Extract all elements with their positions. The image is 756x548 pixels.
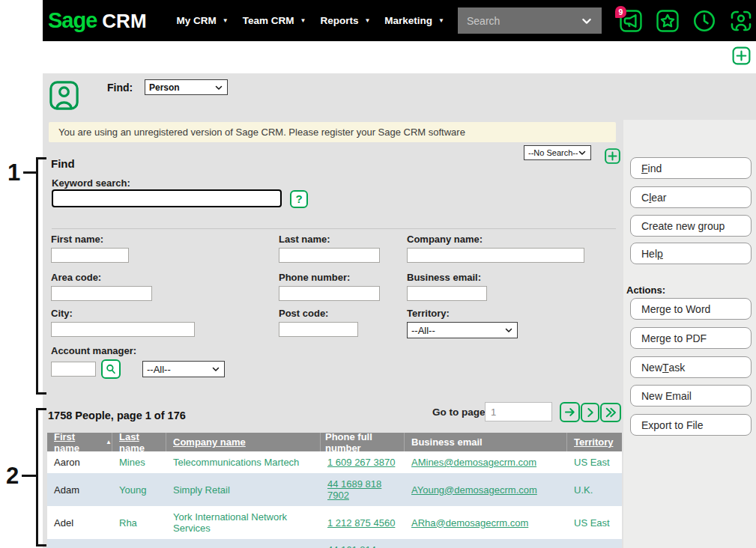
add-saved-search-icon[interactable] bbox=[603, 147, 622, 165]
cell-territory: U.K. bbox=[567, 545, 622, 548]
menu-reports[interactable]: Reports▼ bbox=[320, 10, 370, 31]
post-code-field[interactable] bbox=[279, 322, 358, 337]
keyword-search-label: Keyword search: bbox=[52, 177, 130, 189]
column-header-territory[interactable]: Territory bbox=[567, 433, 622, 451]
cell-phone-link[interactable]: 1 609 267 3870 bbox=[321, 451, 405, 473]
cell-email-link[interactable]: AYoung@demosagecrm.com bbox=[405, 479, 567, 501]
last-page-icon[interactable] bbox=[600, 403, 621, 422]
table-row[interactable]: AdrianYardleySoft Call44 161 814 9082AYa… bbox=[47, 539, 622, 548]
menu-label: Marketing bbox=[384, 15, 432, 26]
territory-label: Territory: bbox=[407, 308, 518, 319]
chevron-down-icon bbox=[578, 148, 587, 157]
annotation-bracket-1 bbox=[36, 157, 38, 395]
keyword-search-input[interactable] bbox=[52, 189, 282, 207]
last-name-label: Last name: bbox=[279, 234, 380, 245]
results-table: First name▲Last nameCompany namePhone fu… bbox=[47, 433, 622, 548]
table-row[interactable]: AdelRhaYork International Network Servic… bbox=[47, 506, 622, 539]
cell-email-link[interactable]: AYardley@demosagecrm.com bbox=[405, 545, 567, 548]
annotation-bracket-2-bottom bbox=[36, 544, 46, 547]
main-content-panel: You are using an unregistered version of… bbox=[43, 120, 623, 548]
area-code-field[interactable] bbox=[51, 286, 152, 301]
saved-search-select[interactable]: --No Search-- bbox=[524, 145, 591, 160]
cell-company-name: York International Network Services bbox=[166, 506, 321, 539]
cell-first-name: Adel bbox=[47, 512, 112, 534]
column-header-company-name[interactable]: Company name bbox=[166, 433, 321, 451]
account-manager-select[interactable]: --All-- bbox=[142, 361, 225, 377]
column-header-label: First name bbox=[54, 431, 102, 454]
phone-number-label: Phone number: bbox=[279, 272, 380, 283]
annotation-connector-1 bbox=[23, 171, 36, 174]
clock-icon[interactable] bbox=[692, 8, 717, 34]
territory-value: --All-- bbox=[411, 325, 435, 336]
cell-last-name: Mines bbox=[112, 451, 166, 473]
cell-first-name: Adam bbox=[47, 479, 112, 501]
help-icon[interactable]: ? bbox=[290, 190, 308, 208]
global-search-input[interactable]: Search bbox=[458, 7, 602, 34]
top-navigation-bar: Sage CRM My CRM▼Team CRM▼Reports▼Marketi… bbox=[43, 0, 756, 41]
cell-company-name: Simply Retail bbox=[166, 479, 321, 501]
column-header-label: Territory bbox=[574, 436, 614, 448]
megaphone-icon[interactable]: 9 bbox=[618, 8, 644, 34]
goto-page-input[interactable] bbox=[485, 402, 552, 421]
find-button[interactable]: Find bbox=[630, 157, 752, 179]
annotation-marker-2: 2 bbox=[6, 464, 19, 487]
territory-select[interactable]: --All-- bbox=[407, 322, 518, 338]
clear-button[interactable]: Clear bbox=[630, 186, 752, 208]
new-task-button[interactable]: New Task bbox=[630, 356, 752, 378]
cell-email-link[interactable]: ARha@demosagecrm.com bbox=[405, 512, 567, 534]
column-header-business-email[interactable]: Business email bbox=[405, 433, 567, 451]
goto-arrow-icon[interactable] bbox=[560, 402, 580, 422]
cell-last-name: Young bbox=[112, 479, 166, 501]
cell-company-name: Soft Call bbox=[166, 545, 321, 548]
export-to-file-button[interactable]: Export to File bbox=[630, 414, 752, 436]
next-page-icon[interactable] bbox=[581, 403, 599, 422]
create-new-group-button[interactable]: Create new group bbox=[630, 215, 752, 237]
menu-marketing[interactable]: Marketing▼ bbox=[384, 10, 444, 31]
help-button[interactable]: Help bbox=[630, 243, 752, 264]
company-name-label: Company name: bbox=[407, 234, 584, 245]
add-icon[interactable] bbox=[731, 45, 752, 67]
city-field[interactable] bbox=[51, 322, 195, 337]
menu-label: Team CRM bbox=[243, 15, 294, 26]
search-placeholder: Search bbox=[467, 15, 581, 27]
search-icon[interactable] bbox=[101, 359, 121, 379]
company-name-field[interactable] bbox=[407, 248, 584, 263]
sage-crm-logo[interactable]: Sage CRM bbox=[48, 8, 147, 33]
table-header-row: First name▲Last nameCompany namePhone fu… bbox=[47, 433, 622, 451]
merge-to-pdf-button[interactable]: Merge to PDF bbox=[630, 327, 752, 349]
star-icon[interactable] bbox=[655, 8, 680, 34]
entity-type-value: Person bbox=[149, 82, 180, 93]
phone-number-field[interactable] bbox=[279, 286, 380, 301]
cell-phone-link[interactable]: 44 1689 818 7902 bbox=[321, 473, 405, 506]
person-frame-icon[interactable] bbox=[728, 8, 754, 34]
cell-email-link[interactable]: AMines@demosagecrm.com bbox=[405, 451, 567, 473]
menu-label: My CRM bbox=[177, 15, 217, 26]
unregistered-warning-banner: You are using an unregistered version of… bbox=[49, 122, 616, 142]
column-header-first-name[interactable]: First name▲ bbox=[47, 433, 112, 451]
table-row[interactable]: AaronMinesTelecommunications Martech1 60… bbox=[47, 451, 622, 473]
merge-to-word-button[interactable]: Merge to Word bbox=[630, 298, 752, 320]
account-manager-label: Account manager: bbox=[51, 345, 225, 356]
cell-first-name: Adrian bbox=[47, 545, 112, 548]
column-header-phone-full-number[interactable]: Phone full number bbox=[321, 433, 405, 451]
first-name-field[interactable] bbox=[51, 248, 129, 263]
cell-phone-link[interactable]: 44 161 814 9082 bbox=[321, 539, 405, 548]
menu-my-crm[interactable]: My CRM▼ bbox=[177, 10, 229, 31]
entity-type-select[interactable]: Person bbox=[145, 79, 228, 95]
account-manager-field[interactable] bbox=[51, 362, 96, 377]
column-header-last-name[interactable]: Last name bbox=[112, 433, 166, 451]
entity-header-band: Find: Person bbox=[43, 73, 756, 120]
table-row[interactable]: AdamYoungSimply Retail44 1689 818 7902AY… bbox=[47, 473, 622, 506]
cell-first-name: Aaron bbox=[47, 451, 112, 473]
menu-team-crm[interactable]: Team CRM▼ bbox=[243, 10, 306, 31]
chevron-down-icon bbox=[504, 326, 513, 335]
annotation-bracket-1-top bbox=[36, 157, 46, 159]
last-name-field[interactable] bbox=[279, 248, 380, 263]
new-email-button[interactable]: New Email bbox=[630, 385, 752, 407]
business-email-label: Business email: bbox=[407, 272, 487, 283]
saved-search-value: --No Search-- bbox=[528, 148, 578, 157]
notification-badge: 9 bbox=[615, 6, 626, 18]
annotation-bracket-2 bbox=[36, 408, 38, 547]
cell-phone-link[interactable]: 1 212 875 4560 bbox=[321, 512, 405, 534]
business-email-field[interactable] bbox=[407, 286, 487, 301]
